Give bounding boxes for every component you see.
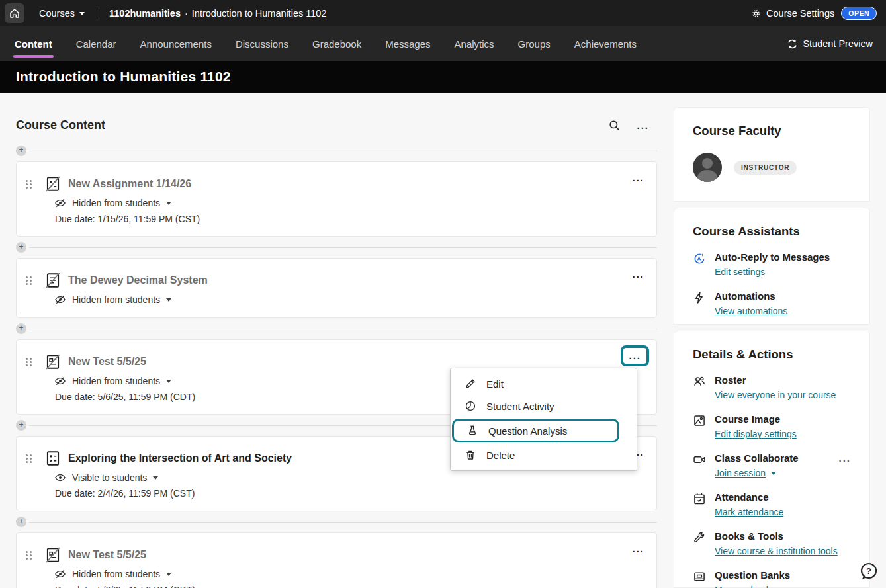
assistant-item-title: Automations [715, 290, 851, 302]
caret-down-icon [79, 12, 85, 15]
menu-item-label: Question Analysis [488, 425, 567, 437]
menu-item-question-analysis[interactable]: Question Analysis [452, 419, 619, 442]
course-settings-label: Course Settings [766, 8, 834, 19]
eye-icon [54, 472, 66, 483]
home-button[interactable] [5, 3, 24, 23]
visibility-label: Hidden from students [72, 569, 160, 579]
tab-discussions[interactable]: Discussions [234, 28, 290, 60]
visibility-dropdown[interactable]: Hidden from students [54, 568, 646, 580]
visibility-dropdown[interactable]: Hidden from students [54, 294, 646, 306]
assistant-item-automations: Automations View automations [693, 290, 851, 317]
detail-item-question-banks: Question Banks Manage banks [693, 569, 851, 588]
detail-item-course-image: Course Image Edit display settings [693, 413, 851, 440]
detail-item-title: Course Image [715, 413, 851, 425]
menu-item-delete[interactable]: Delete [451, 444, 637, 466]
visibility-label: Hidden from students [72, 376, 160, 386]
caret-down-icon [166, 380, 171, 383]
visibility-dropdown[interactable]: Hidden from students [54, 197, 646, 209]
caret-down-icon[interactable] [771, 472, 776, 475]
breadcrumb-separator: · [185, 8, 188, 19]
open-status-badge[interactable]: OPEN [841, 7, 877, 20]
item-title[interactable]: Exploring the Intersection of Art and So… [68, 452, 292, 464]
pie-chart-icon [464, 400, 477, 412]
lightning-icon [693, 290, 707, 317]
item-title[interactable]: The Dewey Decimal System [68, 274, 208, 286]
collaborate-overflow-menu-button[interactable]: ... [838, 453, 851, 464]
add-content-button[interactable]: + [16, 420, 26, 431]
due-date: Due date: 2/4/26, 11:59 PM (CST) [55, 488, 646, 499]
gear-icon [750, 8, 762, 19]
add-content-divider: + [16, 323, 657, 334]
student-preview-button[interactable]: Student Preview [787, 38, 873, 50]
wrench-icon [693, 530, 707, 557]
tab-groups[interactable]: Groups [517, 28, 552, 60]
topbar-divider [97, 6, 97, 21]
item-overflow-menu-button[interactable]: ... [632, 173, 644, 183]
detail-item-title: Question Banks [715, 569, 851, 581]
item-title[interactable]: New Assignment 1/14/26 [68, 178, 191, 190]
content-item-new-assignment: New Assignment 1/14/26 Hidden from stude… [16, 161, 657, 237]
caret-down-icon [153, 476, 158, 480]
add-content-divider: + [16, 242, 657, 253]
detail-item-attendance: Attendance Mark attendance [693, 491, 851, 518]
drag-handle-icon[interactable] [26, 551, 34, 560]
image-icon [693, 413, 707, 440]
visibility-dropdown[interactable]: Visible to students [54, 472, 646, 483]
item-overflow-menu-button-active[interactable]: ... [621, 345, 649, 366]
course-image-link[interactable]: Edit display settings [715, 429, 797, 439]
ellipsis-icon: ... [632, 269, 644, 280]
menu-item-edit[interactable]: Edit [451, 372, 637, 395]
attendance-link[interactable]: Mark attendance [715, 507, 783, 517]
assistant-item-title: Auto-Reply to Messages [715, 251, 851, 263]
instructor-avatar[interactable] [693, 153, 722, 182]
course-settings-button[interactable]: Course Settings [750, 8, 834, 19]
tab-analytics[interactable]: Analytics [453, 28, 496, 60]
tab-announcements[interactable]: Announcements [139, 28, 213, 60]
roster-link[interactable]: View everyone in your course [715, 390, 836, 400]
tab-calendar[interactable]: Calendar [75, 28, 118, 60]
books-tools-link[interactable]: View course & institution tools [715, 546, 838, 556]
course-nav: Content Calendar Announcements Discussio… [0, 26, 886, 61]
course-page: Courses 1102humanities · Introduction to… [0, 0, 886, 588]
assignment-icon [44, 175, 62, 192]
question-banks-link[interactable]: Manage banks [715, 585, 775, 588]
drag-handle-icon[interactable] [26, 180, 34, 189]
drag-handle-icon[interactable] [26, 454, 34, 463]
video-camera-icon [693, 452, 707, 479]
drag-handle-icon[interactable] [26, 358, 34, 366]
courses-menu-button[interactable]: Courses [39, 8, 85, 19]
svg-text:?: ? [866, 566, 871, 576]
search-button[interactable] [608, 119, 621, 132]
content-item-new-test-2: New Test 5/5/25 Hidden from students Due… [16, 532, 657, 588]
tab-content[interactable]: Content [13, 28, 54, 60]
student-preview-label: Student Preview [803, 38, 873, 49]
add-content-button[interactable]: + [16, 146, 26, 156]
add-content-divider: + [16, 146, 657, 156]
detail-item-class-collaborate: Class Collaborate ... Join session [693, 452, 851, 479]
edit-settings-link[interactable]: Edit settings [715, 267, 765, 277]
detail-item-title: Class Collaborate [715, 452, 799, 464]
menu-item-student-activity[interactable]: Student Activity [451, 395, 637, 417]
divider-line [29, 522, 657, 523]
add-content-button[interactable]: + [16, 323, 26, 334]
view-automations-link[interactable]: View automations [715, 306, 787, 316]
item-title[interactable]: New Test 5/5/25 [68, 549, 146, 561]
tab-messages[interactable]: Messages [384, 28, 431, 60]
due-date: Due date: 1/15/26, 11:59 PM (CST) [55, 214, 646, 224]
tab-achievements[interactable]: Achievements [573, 28, 638, 60]
join-session-link[interactable]: Join session [715, 468, 766, 478]
instructor-badge: INSTRUCTOR [734, 161, 797, 175]
page-title: Introduction to Humanities 1102 [16, 69, 231, 85]
tab-gradebook[interactable]: Gradebook [311, 28, 363, 60]
top-bar: Courses 1102humanities · Introduction to… [0, 0, 886, 26]
item-title[interactable]: New Test 5/5/25 [68, 356, 146, 368]
content-overflow-menu-button[interactable]: ... [637, 120, 649, 130]
add-content-button[interactable]: + [16, 242, 26, 253]
course-content-area: Course Content ... + [16, 110, 657, 588]
help-button[interactable]: ? [859, 562, 879, 581]
breadcrumb-course-name: Introduction to Humanities 1102 [192, 8, 327, 19]
item-overflow-menu-button[interactable]: ... [632, 544, 644, 554]
drag-handle-icon[interactable] [26, 276, 34, 285]
add-content-button[interactable]: + [16, 517, 26, 527]
item-overflow-menu-button[interactable]: ... [632, 269, 644, 280]
